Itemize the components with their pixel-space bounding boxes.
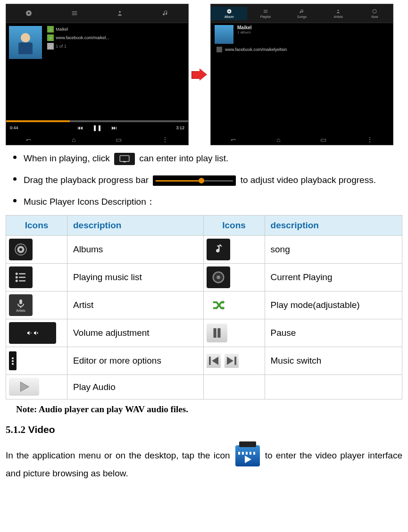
music-player-list-screenshot: Album Playlist Songs Artists Now Maikel … xyxy=(210,4,393,145)
svg-rect-14 xyxy=(123,161,125,162)
screenshot-pair: ♪Maikel ♪www.facebook.com/maikel... ♪1 o… xyxy=(6,4,402,145)
desc-artist: Artist xyxy=(67,291,204,319)
table-row: Artists Artist Play mode(adjustable) xyxy=(6,291,402,319)
bullet-1-post: can enter into play list. xyxy=(139,153,228,163)
desc-current-playing: Current Playing xyxy=(265,264,402,291)
progress-bar-icon xyxy=(153,175,236,186)
desc-volume: Volume adjustment xyxy=(67,319,204,347)
video-para-pre: In the application menu or on the deskto… xyxy=(6,450,233,460)
video-paragraph: In the application menu or on the deskto… xyxy=(6,445,402,480)
svg-rect-24 xyxy=(19,281,25,282)
bullet-2-pre: Drag the playback progress bar xyxy=(24,175,151,185)
bullet-1: When in playing, click can enter into pl… xyxy=(24,150,402,167)
svg-point-12 xyxy=(373,9,376,13)
desc-play-audio: Play Audio xyxy=(67,375,204,399)
svg-point-11 xyxy=(338,10,339,11)
svg-point-21 xyxy=(16,276,18,279)
play-mode-icon xyxy=(207,294,230,316)
music-switch-icon xyxy=(207,350,239,372)
more-options-icon: ▪▪▪ xyxy=(9,351,17,370)
svg-rect-28 xyxy=(19,299,22,304)
play-audio-icon xyxy=(9,378,39,396)
svg-rect-20 xyxy=(19,274,25,275)
music-player-playing-screenshot: ♪Maikel ♪www.facebook.com/maikel... ♪1 o… xyxy=(6,4,189,145)
th-desc-1: description xyxy=(67,216,204,236)
table-row: ▪▪▪ Editor or more options Music switch xyxy=(6,347,402,375)
svg-rect-29 xyxy=(20,307,21,308)
svg-rect-34 xyxy=(213,328,216,338)
bullet-2-post: to adjust video playback progress. xyxy=(241,175,376,185)
table-row: Albums song xyxy=(6,236,402,264)
playing-list-icon xyxy=(9,266,33,288)
th-desc-2: description xyxy=(265,216,402,236)
desc-play-mode: Play mode(adjustable) xyxy=(265,291,402,319)
svg-rect-36 xyxy=(209,357,211,366)
bullet-3: Music Player Icons Description： xyxy=(24,193,402,210)
desc-playing-list: Playing music list xyxy=(67,264,204,291)
arrow-right-icon xyxy=(192,68,208,81)
section-number: 5.1.2 xyxy=(6,424,25,435)
video-app-icon xyxy=(235,445,260,466)
table-row: Playing music list Current Playing xyxy=(6,264,402,291)
desc-more: Editor or more options xyxy=(67,347,204,375)
svg-rect-9 xyxy=(264,11,267,12)
bullet-list: When in playing, click can enter into pl… xyxy=(6,150,402,210)
svg-point-27 xyxy=(216,276,220,280)
icons-description-table: Icons description Icons description Albu… xyxy=(6,215,402,399)
desc-pause: Pause xyxy=(265,319,402,347)
song-icon xyxy=(207,239,230,260)
svg-point-18 xyxy=(19,248,22,251)
playlist-tv-icon xyxy=(114,153,135,165)
svg-rect-31 xyxy=(30,333,32,333)
svg-rect-22 xyxy=(19,277,25,278)
bullet-3-text: Music Player Icons Description： xyxy=(24,197,155,207)
svg-rect-2 xyxy=(72,11,77,12)
desc-albums: Albums xyxy=(67,236,204,264)
svg-rect-10 xyxy=(264,12,267,13)
svg-point-7 xyxy=(228,11,230,12)
svg-rect-4 xyxy=(72,14,77,15)
artist-icon: Artists xyxy=(9,294,33,316)
svg-point-1 xyxy=(28,12,30,14)
svg-rect-8 xyxy=(264,10,267,10)
svg-point-19 xyxy=(16,273,18,275)
table-header-row: Icons description Icons description xyxy=(6,216,402,236)
desc-switch: Music switch xyxy=(265,347,402,375)
table-row: Play Audio xyxy=(6,375,402,399)
svg-rect-35 xyxy=(217,328,220,338)
bullet-1-pre: When in playing, click xyxy=(24,153,112,163)
albums-icon xyxy=(9,239,33,260)
svg-rect-13 xyxy=(120,156,129,161)
th-icons-1: Icons xyxy=(6,216,67,236)
svg-point-23 xyxy=(16,280,18,282)
current-playing-icon xyxy=(207,266,230,288)
svg-rect-33 xyxy=(37,332,38,334)
note-text: Note: Audio player can play WAV audio fi… xyxy=(16,404,402,415)
table-row: Volume adjustment Pause xyxy=(6,319,402,347)
bullet-2: Drag the playback progress bar to adjust… xyxy=(24,172,402,189)
section-title: Video xyxy=(25,424,55,435)
pause-icon xyxy=(207,324,227,342)
volume-icon xyxy=(9,322,56,344)
desc-empty xyxy=(265,375,402,399)
svg-rect-37 xyxy=(234,357,236,366)
svg-text:Artists: Artists xyxy=(16,309,25,312)
th-icons-2: Icons xyxy=(203,216,265,236)
desc-song: song xyxy=(265,236,402,264)
section-heading: 5.1.2 Video xyxy=(6,424,402,436)
svg-point-5 xyxy=(119,11,121,13)
svg-rect-3 xyxy=(72,13,77,13)
